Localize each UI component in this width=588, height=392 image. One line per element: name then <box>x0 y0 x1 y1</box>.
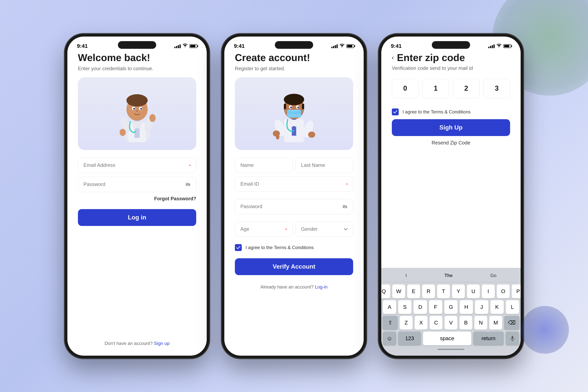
resend-link[interactable]: Resend Zip Code <box>392 140 510 146</box>
key-b[interactable]: B <box>459 316 472 330</box>
lastname-input[interactable] <box>301 162 348 168</box>
key-f[interactable]: F <box>429 300 442 314</box>
login-subtitle: Enter your credentials to continue. <box>78 66 196 72</box>
terms-checkbox[interactable] <box>235 244 242 251</box>
suggestion-1[interactable]: The <box>441 272 456 279</box>
key-x[interactable]: X <box>415 316 428 330</box>
dynamic-island-3 <box>432 41 470 49</box>
key-g[interactable]: G <box>444 300 458 314</box>
signal-icon-3 <box>488 44 495 48</box>
svg-point-33 <box>291 107 292 108</box>
svg-rect-27 <box>284 104 286 109</box>
keyboard: I The Go Q W E R T Y U I O P A S D <box>381 268 521 356</box>
key-v[interactable]: V <box>444 316 457 330</box>
otp-digit-3[interactable]: 3 <box>483 79 510 98</box>
password-input[interactable] <box>84 181 185 187</box>
otp-digit-1[interactable]: 1 <box>422 79 449 98</box>
email-id-field[interactable]: • <box>235 176 353 192</box>
key-k[interactable]: K <box>490 300 504 314</box>
register-password-field[interactable] <box>235 199 353 214</box>
svg-point-23 <box>276 134 279 140</box>
register-title: Create account! <box>235 52 353 63</box>
email-input[interactable] <box>84 162 189 168</box>
suggestion-2[interactable]: Go <box>487 272 499 279</box>
mic-key[interactable] <box>506 332 519 345</box>
password-field[interactable] <box>78 177 196 192</box>
zip-terms-checkbox[interactable] <box>392 108 399 115</box>
key-n[interactable]: N <box>474 316 487 330</box>
forgot-password-link[interactable]: Forgot Password? <box>78 196 196 202</box>
login-button[interactable]: Log in <box>78 209 196 226</box>
name-field[interactable] <box>235 158 292 173</box>
key-w[interactable]: W <box>392 284 405 298</box>
key-s[interactable]: S <box>398 300 411 314</box>
back-header: ‹ Enter zip code <box>392 52 510 63</box>
key-r[interactable]: R <box>422 284 435 298</box>
terms-row: I agree to the Terms & Conditions <box>235 244 353 251</box>
svg-point-34 <box>298 107 299 108</box>
otp-digit-2[interactable]: 2 <box>453 79 480 98</box>
register-password-input[interactable] <box>240 204 342 210</box>
eye-toggle-icon[interactable] <box>185 182 191 187</box>
emoji-key[interactable]: ☺ <box>383 332 396 345</box>
key-o[interactable]: O <box>497 284 510 298</box>
key-m[interactable]: M <box>489 316 502 330</box>
key-i[interactable]: I <box>482 284 495 298</box>
key-p[interactable]: P <box>512 284 521 298</box>
suggestion-0[interactable]: I <box>402 272 410 279</box>
key-z[interactable]: Z <box>400 316 413 330</box>
zip-subtitle: Verification code send to your mail id <box>392 65 510 71</box>
dynamic-island <box>118 41 156 49</box>
key-u[interactable]: U <box>467 284 480 298</box>
phone-login: 9:41 Welcome back! Enter your credential… <box>64 34 210 359</box>
name-input[interactable] <box>240 162 287 168</box>
svg-point-22 <box>308 132 315 138</box>
signal-icon <box>174 44 181 48</box>
lastname-field[interactable] <box>296 158 353 173</box>
phone-register-screen: 9:41 Create account! Register to get sta… <box>224 36 364 356</box>
delete-key[interactable]: ⌫ <box>504 316 519 330</box>
shift-key[interactable]: ⇧ <box>382 316 398 330</box>
key-a[interactable]: A <box>383 300 396 314</box>
chevron-down-icon[interactable] <box>344 226 348 232</box>
key-c[interactable]: C <box>429 316 442 330</box>
key-t[interactable]: T <box>437 284 450 298</box>
email-id-input[interactable] <box>240 181 346 187</box>
key-d[interactable]: D <box>413 300 427 314</box>
register-screen-content: Create account! Register to get started. <box>224 52 364 356</box>
key-l[interactable]: L <box>506 300 519 314</box>
gender-input[interactable] <box>301 226 344 232</box>
password-eye-icon[interactable] <box>342 204 348 209</box>
required-indicator: • <box>189 163 191 168</box>
signup-button[interactable]: Sigh Up <box>392 119 510 136</box>
svg-rect-37 <box>512 336 513 339</box>
status-icons-3 <box>488 44 511 48</box>
email-field[interactable]: • <box>78 158 196 173</box>
age-input[interactable] <box>240 226 285 232</box>
zip-terms-label: I agree to the Terms & Conditions <box>402 109 471 114</box>
signup-link[interactable]: Sign up <box>154 341 169 346</box>
back-icon[interactable]: ‹ <box>392 54 394 61</box>
status-icons-2 <box>331 44 354 48</box>
age-field[interactable]: • <box>235 222 292 237</box>
return-key[interactable]: return <box>473 332 504 345</box>
battery-icon-2 <box>346 44 354 48</box>
svg-point-16 <box>136 110 138 112</box>
key-j[interactable]: J <box>475 300 488 314</box>
key-q[interactable]: Q <box>381 284 390 298</box>
otp-digit-0[interactable]: 0 <box>392 79 419 98</box>
numbers-key[interactable]: 123 <box>398 332 421 345</box>
key-h[interactable]: H <box>459 300 473 314</box>
keyboard-suggestions: I The Go <box>383 270 519 282</box>
gender-field[interactable] <box>296 222 353 237</box>
space-key[interactable]: space <box>423 332 471 345</box>
login-link[interactable]: Log-in <box>315 284 328 290</box>
zipcode-screen-content: ‹ Enter zip code Verification code send … <box>381 52 521 268</box>
key-e[interactable]: E <box>407 284 420 298</box>
svg-point-9 <box>127 94 148 106</box>
verify-button[interactable]: Verify Account <box>235 258 353 275</box>
battery-icon <box>190 44 197 48</box>
key-y[interactable]: Y <box>452 284 465 298</box>
signal-icon-2 <box>331 44 338 48</box>
zip-title: Enter zip code <box>397 52 465 63</box>
